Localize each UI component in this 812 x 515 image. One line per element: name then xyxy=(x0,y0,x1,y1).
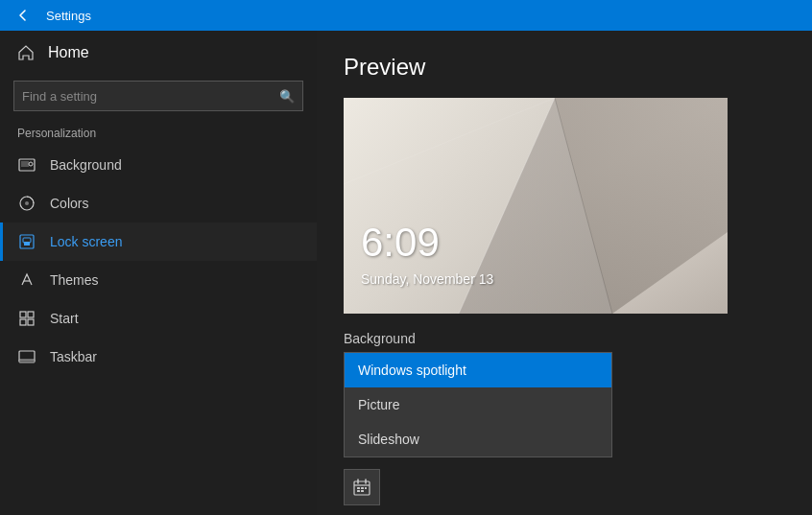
svg-rect-14 xyxy=(19,360,35,363)
svg-rect-9 xyxy=(20,312,26,317)
sidebar: Home 🔍 Personalization Background xyxy=(0,31,317,515)
svg-point-2 xyxy=(29,162,33,166)
lock-screen-icon xyxy=(17,233,36,250)
svg-rect-12 xyxy=(28,319,34,325)
app-layout: Home 🔍 Personalization Background xyxy=(0,31,812,515)
search-icon: 🔍 xyxy=(279,89,295,104)
preview-image: 6:09 Sunday, November 13 xyxy=(344,98,728,314)
sidebar-item-home[interactable]: Home xyxy=(0,31,317,75)
sidebar-item-colors[interactable]: Colors xyxy=(0,184,317,222)
section-label: Personalization xyxy=(0,123,317,146)
search-container: 🔍 xyxy=(0,75,317,123)
dropdown-option-picture[interactable]: Picture xyxy=(345,387,611,422)
svg-rect-30 xyxy=(361,490,364,492)
svg-rect-1 xyxy=(21,161,29,167)
colors-icon xyxy=(17,195,36,212)
background-section-label: Background xyxy=(344,331,785,346)
back-button[interactable] xyxy=(12,4,35,27)
svg-rect-7 xyxy=(24,242,30,246)
svg-rect-10 xyxy=(28,312,34,317)
taskbar-label: Taskbar xyxy=(50,349,97,364)
sidebar-item-start[interactable]: Start xyxy=(0,299,317,338)
sidebar-item-themes[interactable]: Themes xyxy=(0,261,317,299)
sidebar-item-background[interactable]: Background xyxy=(0,146,317,184)
start-icon xyxy=(17,310,36,327)
sidebar-item-taskbar[interactable]: Taskbar xyxy=(0,338,317,376)
search-input[interactable] xyxy=(22,89,274,104)
main-content: Preview xyxy=(317,31,812,515)
themes-icon xyxy=(17,271,36,289)
svg-rect-11 xyxy=(20,319,26,325)
background-dropdown[interactable]: Windows spotlight Picture Slideshow xyxy=(344,352,612,457)
svg-rect-26 xyxy=(357,487,360,489)
preview-time: 6:09 xyxy=(361,220,440,266)
preview-date: Sunday, November 13 xyxy=(361,271,493,287)
svg-rect-27 xyxy=(361,487,364,489)
home-icon xyxy=(17,44,35,61)
search-box[interactable]: 🔍 xyxy=(13,81,303,111)
titlebar: Settings xyxy=(0,0,812,31)
svg-point-4 xyxy=(25,201,29,205)
svg-rect-28 xyxy=(365,487,367,489)
colors-label: Colors xyxy=(50,196,88,211)
page-title: Preview xyxy=(344,54,785,81)
calendar-icon xyxy=(352,478,371,497)
app-title: Settings xyxy=(46,9,91,23)
lock-screen-label: Lock screen xyxy=(50,234,122,249)
calendar-button[interactable] xyxy=(344,469,380,505)
start-label: Start xyxy=(50,311,79,326)
sidebar-item-lock-screen[interactable]: Lock screen xyxy=(0,222,317,261)
taskbar-icon xyxy=(17,348,36,365)
background-label: Background xyxy=(50,157,122,173)
dropdown-option-spotlight[interactable]: Windows spotlight xyxy=(345,353,611,387)
home-label: Home xyxy=(48,44,89,61)
dropdown-list: Windows spotlight Picture Slideshow xyxy=(344,352,612,457)
background-icon xyxy=(17,156,36,174)
themes-label: Themes xyxy=(50,272,99,288)
dropdown-option-slideshow[interactable]: Slideshow xyxy=(345,422,611,456)
svg-rect-29 xyxy=(357,490,360,492)
